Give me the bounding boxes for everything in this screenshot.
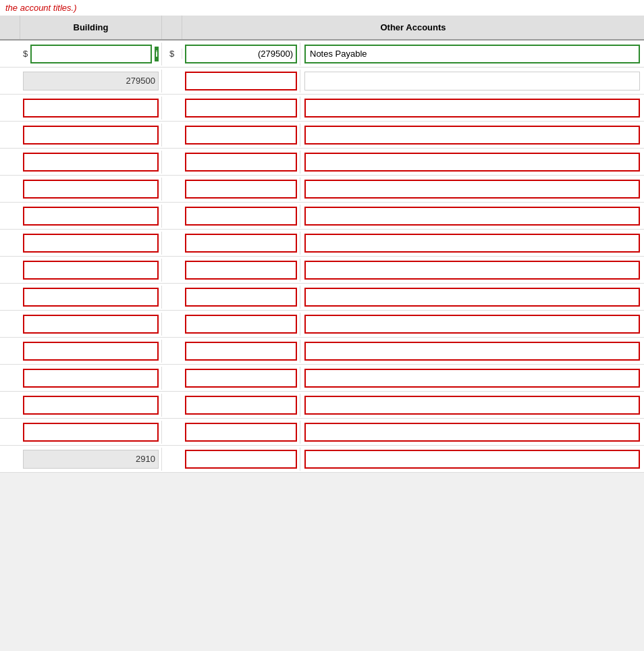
building-cell [20, 313, 162, 336]
header-spacer-mid [162, 16, 182, 39]
table-row [0, 338, 644, 365]
building-cell [20, 259, 162, 282]
other-account-cell [300, 151, 644, 174]
building-cell [20, 286, 162, 309]
other-amount-input[interactable] [185, 126, 297, 145]
other-amount-input[interactable] [185, 72, 297, 90]
other-account-cell [300, 232, 644, 255]
other-account-cell [300, 70, 644, 93]
other-account-input[interactable] [304, 423, 640, 442]
other-account-input[interactable] [304, 342, 640, 361]
other-amount-input[interactable] [185, 153, 297, 172]
building-cell [20, 232, 162, 255]
header-other-accounts: Other Accounts [182, 16, 644, 39]
other-account-cell [300, 367, 644, 390]
building-input[interactable] [23, 315, 159, 334]
building-input[interactable] [23, 72, 159, 90]
other-account-input[interactable] [304, 261, 640, 280]
top-note: the account titles.) [0, 0, 644, 16]
other-account-input[interactable] [304, 72, 640, 90]
other-account-input[interactable] [304, 45, 640, 63]
other-dollar-sign-cell: $ [162, 49, 182, 59]
other-account-cell [300, 421, 644, 444]
building-input[interactable] [23, 423, 159, 442]
other-account-input[interactable] [304, 153, 640, 172]
building-input[interactable] [23, 99, 159, 118]
other-amount-input[interactable] [185, 261, 297, 280]
other-amount-input[interactable] [185, 423, 297, 442]
building-input[interactable] [23, 342, 159, 361]
other-amount-cell [182, 70, 300, 93]
building-input[interactable] [23, 153, 159, 172]
other-amount-input[interactable] [185, 180, 297, 199]
building-cell [20, 178, 162, 201]
other-account-input[interactable] [304, 396, 640, 415]
other-amount-input[interactable] [185, 342, 297, 361]
building-dollar-sign: $ [23, 49, 28, 59]
other-account-cell [300, 259, 644, 282]
header-spacer-left [0, 16, 20, 39]
table-row [0, 122, 644, 149]
other-amount-cell [182, 97, 300, 120]
table-row [0, 284, 644, 311]
building-input[interactable] [23, 180, 159, 199]
other-account-cell [300, 286, 644, 309]
info-button[interactable]: i [155, 47, 159, 61]
building-input[interactable] [23, 234, 159, 253]
other-amount-cell [182, 313, 300, 336]
table-row [0, 257, 644, 284]
other-amount-input[interactable] [185, 45, 297, 63]
building-cell: $i [20, 43, 162, 66]
building-input[interactable] [23, 207, 159, 226]
building-cell [20, 124, 162, 147]
other-amount-input[interactable] [185, 315, 297, 334]
building-input[interactable] [23, 450, 159, 469]
other-amount-input[interactable] [185, 99, 297, 118]
table-row [0, 68, 644, 95]
building-input[interactable] [23, 369, 159, 388]
table-row [0, 149, 644, 176]
building-cell [20, 97, 162, 120]
table-header: Building Other Accounts [0, 16, 644, 41]
building-cell [20, 367, 162, 390]
other-amount-input[interactable] [185, 234, 297, 253]
other-account-cell [300, 448, 644, 471]
other-account-cell [300, 340, 644, 363]
other-account-input[interactable] [304, 450, 640, 469]
building-input[interactable] [23, 126, 159, 145]
other-amount-input[interactable] [185, 396, 297, 415]
other-account-input[interactable] [304, 234, 640, 253]
other-amount-cell [182, 394, 300, 417]
other-account-input[interactable] [304, 99, 640, 118]
building-cell [20, 340, 162, 363]
other-account-cell [300, 97, 644, 120]
building-input[interactable] [30, 45, 152, 63]
other-amount-cell [182, 367, 300, 390]
other-amount-cell [182, 151, 300, 174]
other-account-cell [300, 43, 644, 66]
other-account-input[interactable] [304, 207, 640, 226]
other-amount-cell [182, 232, 300, 255]
other-amount-input[interactable] [185, 369, 297, 388]
building-input[interactable] [23, 396, 159, 415]
building-cell [20, 151, 162, 174]
table-row [0, 95, 644, 122]
other-amount-cell [182, 340, 300, 363]
other-account-input[interactable] [304, 369, 640, 388]
building-input[interactable] [23, 261, 159, 280]
other-account-cell [300, 178, 644, 201]
other-account-input[interactable] [304, 288, 640, 307]
building-input[interactable] [23, 288, 159, 307]
other-amount-cell [182, 448, 300, 471]
table-row [0, 419, 644, 446]
other-account-input[interactable] [304, 180, 640, 199]
header-building: Building [20, 16, 162, 39]
other-account-input[interactable] [304, 126, 640, 145]
other-amount-input[interactable] [185, 288, 297, 307]
other-amount-input[interactable] [185, 207, 297, 226]
building-cell [20, 394, 162, 417]
other-account-input[interactable] [304, 315, 640, 334]
table-row [0, 230, 644, 257]
table-row [0, 365, 644, 392]
other-amount-input[interactable] [185, 450, 297, 469]
